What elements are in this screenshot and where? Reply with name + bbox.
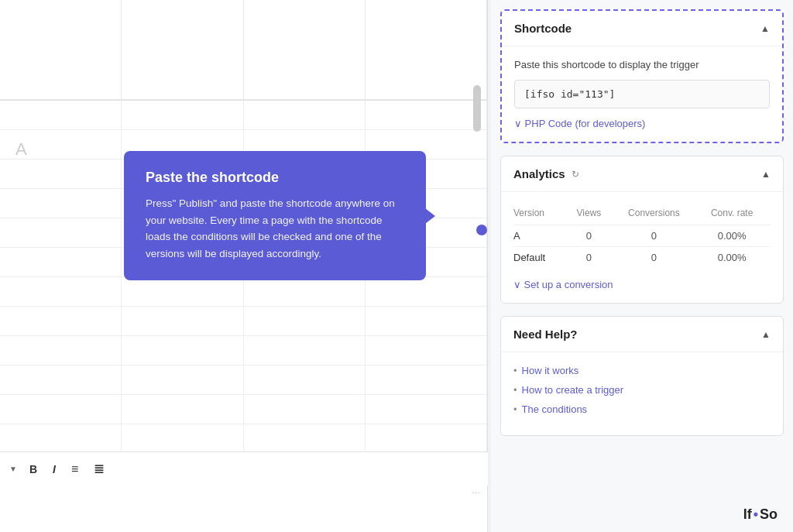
shortcode-panel-title: Shortcode <box>514 22 572 35</box>
convrate-cell: 0.00% <box>699 225 771 247</box>
connector-dot <box>476 225 487 235</box>
views-cell: 0 <box>569 247 614 269</box>
editor-row <box>0 366 487 395</box>
analytics-panel-collapse-icon[interactable]: ▲ <box>761 169 771 180</box>
grid-cell <box>0 0 122 100</box>
shortcode-input[interactable] <box>514 80 770 108</box>
editor-row <box>0 395 487 424</box>
convrate-cell: 0.00% <box>699 247 771 269</box>
help-panel: Need Help? ▲ How it worksHow to create a… <box>500 316 784 436</box>
col-convrate-header: Conv. rate <box>699 204 771 225</box>
tooltip-title: Paste the shortcode <box>146 170 404 186</box>
grid-cell <box>122 0 243 100</box>
grid-cell <box>244 0 366 100</box>
editor-row <box>0 277 487 307</box>
col-conversions-header: Conversions <box>615 204 700 225</box>
italic-button[interactable]: I <box>50 462 59 477</box>
help-panel-title: Need Help? <box>513 328 578 341</box>
bold-button[interactable]: B <box>26 462 40 477</box>
version-cell: A <box>513 225 569 247</box>
shortcode-panel-collapse-icon[interactable]: ▲ <box>760 23 770 34</box>
analytics-panel-body: Version Views Conversions Conv. rate A 0… <box>501 192 783 303</box>
help-list-item[interactable]: How it works <box>513 365 771 376</box>
analytics-panel-header: Analytics ↻ ▲ <box>501 156 783 192</box>
format-dropdown[interactable]: ▼ <box>9 465 17 473</box>
help-panel-header: Need Help? ▲ <box>501 317 783 352</box>
bullet-list-button[interactable]: ≡ <box>68 461 81 478</box>
editor-grid <box>0 0 487 101</box>
right-sidebar: Shortcode ▲ Paste this shortcode to disp… <box>491 0 793 532</box>
editor-row <box>0 424 487 454</box>
shortcode-panel-body: Paste this shortcode to display the trig… <box>502 46 782 142</box>
analytics-header-row: Version Views Conversions Conv. rate <box>513 204 771 225</box>
analytics-panel-title: Analytics ↻ <box>513 167 579 180</box>
col-version-header: Version <box>513 204 569 225</box>
editor-scrollbar[interactable] <box>473 85 481 132</box>
help-list-item[interactable]: The conditions <box>513 403 771 415</box>
logo-text-after: So <box>760 506 778 523</box>
analytics-table: Version Views Conversions Conv. rate A 0… <box>513 204 771 268</box>
resize-handle[interactable]: ⋯ <box>472 489 481 498</box>
help-panel-collapse-icon[interactable]: ▲ <box>761 329 771 340</box>
analytics-panel: Analytics ↻ ▲ Version Views Conversions … <box>500 156 784 304</box>
editor-row <box>0 101 487 130</box>
set-conversion-link[interactable]: ∨ Set up a conversion <box>513 279 771 290</box>
column-a-label: A <box>15 139 27 160</box>
help-panel-body: How it worksHow to create a triggerThe c… <box>501 352 783 435</box>
ifso-logo: If • So <box>743 506 778 523</box>
format-dropdown-arrow: ▼ <box>9 465 17 473</box>
tooltip-text: Press" Publish" and paste the shortcode … <box>146 195 404 262</box>
analytics-table-row: Default 0 0 0.00% <box>513 247 771 269</box>
php-code-link[interactable]: ∨ PHP Code (for developers) <box>514 118 770 129</box>
grid-cell <box>366 0 487 100</box>
ordered-list-button[interactable]: ≣ <box>91 460 107 478</box>
shortcode-panel: Shortcode ▲ Paste this shortcode to disp… <box>500 9 784 143</box>
help-list-item[interactable]: How to create a trigger <box>513 384 771 396</box>
conversions-cell: 0 <box>615 225 700 247</box>
tooltip-bubble: Paste the shortcode Press" Publish" and … <box>124 151 426 280</box>
shortcode-description: Paste this shortcode to display the trig… <box>514 59 770 70</box>
editor-row <box>0 307 487 336</box>
analytics-table-row: A 0 0 0.00% <box>513 225 771 247</box>
refresh-icon[interactable]: ↻ <box>572 169 579 180</box>
shortcode-panel-header: Shortcode ▲ <box>502 11 782 46</box>
col-views-header: Views <box>569 204 614 225</box>
editor-row <box>0 336 487 366</box>
logo-text-before: If <box>743 506 752 523</box>
views-cell: 0 <box>569 225 614 247</box>
version-cell: Default <box>513 247 569 269</box>
editor-toolbar: ▼ B I ≡ ≣ <box>0 451 488 486</box>
conversions-cell: 0 <box>615 247 700 269</box>
logo-dot: • <box>754 506 758 523</box>
help-list: How it worksHow to create a triggerThe c… <box>513 365 771 415</box>
